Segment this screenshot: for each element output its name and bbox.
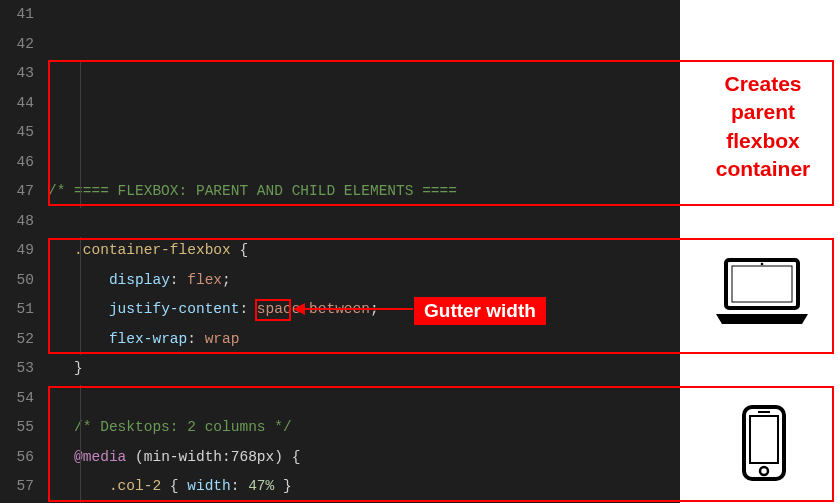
- annotation-label-creates: Creates parent flexbox container: [698, 70, 828, 183]
- line-number: 44: [0, 89, 34, 119]
- svg-point-2: [761, 263, 764, 266]
- line-number: 41: [0, 0, 34, 30]
- code-line: }: [48, 354, 680, 384]
- laptop-icon: [712, 256, 812, 330]
- svg-point-5: [760, 467, 768, 475]
- svg-rect-4: [750, 416, 778, 463]
- line-number: 50: [0, 266, 34, 296]
- line-number: 48: [0, 207, 34, 237]
- line-number: 42: [0, 30, 34, 60]
- svg-rect-0: [726, 260, 798, 308]
- svg-rect-1: [732, 266, 792, 302]
- line-number: 47: [0, 177, 34, 207]
- line-number: 49: [0, 236, 34, 266]
- code-line: display: flex;: [48, 266, 680, 296]
- code-line: [48, 384, 680, 414]
- code-line: /* ==== FLEXBOX: PARENT AND CHILD ELEMEN…: [48, 177, 680, 207]
- code-line: /* Desktops: 2 columns */: [48, 413, 680, 443]
- line-number: 43: [0, 59, 34, 89]
- code-line: flex-wrap: wrap: [48, 325, 680, 355]
- phone-icon: [741, 404, 787, 482]
- line-number-gutter: 41 42 43 44 45 46 47 48 49 50 51 52 53 5…: [0, 0, 48, 503]
- code-editor: 41 42 43 44 45 46 47 48 49 50 51 52 53 5…: [0, 0, 680, 503]
- line-number: 55: [0, 413, 34, 443]
- svg-rect-6: [758, 411, 770, 413]
- annotation-label-gutter: Gutter width: [414, 297, 546, 325]
- code-line: [48, 207, 680, 237]
- arrow-icon: [295, 308, 413, 310]
- line-number: 53: [0, 354, 34, 384]
- code-area[interactable]: /* ==== FLEXBOX: PARENT AND CHILD ELEMEN…: [48, 0, 680, 503]
- code-line: @media (min-width:768px) {: [48, 443, 680, 473]
- line-number: 46: [0, 148, 34, 178]
- line-number: 54: [0, 384, 34, 414]
- code-line: .container-flexbox {: [48, 236, 680, 266]
- line-number: 45: [0, 118, 34, 148]
- code-line: .col-2 { width: 47% }: [48, 472, 680, 502]
- line-number: 52: [0, 325, 34, 355]
- line-number: 51: [0, 295, 34, 325]
- line-number: 57: [0, 472, 34, 502]
- line-number: 56: [0, 443, 34, 473]
